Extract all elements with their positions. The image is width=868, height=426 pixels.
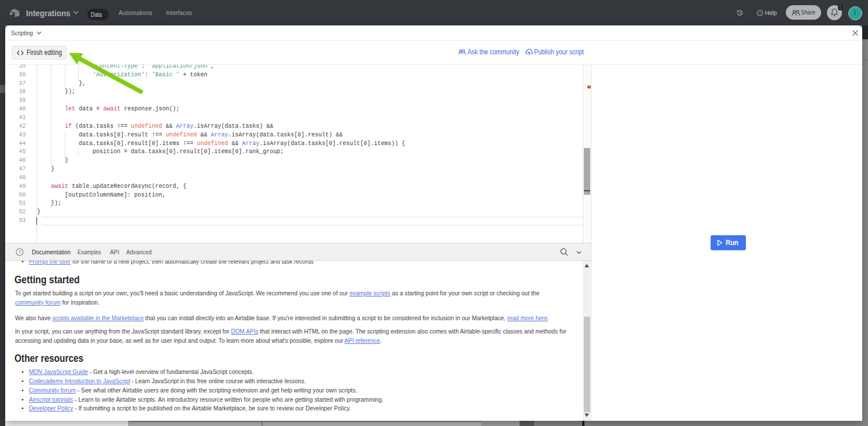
svg-text:?: ? [759, 10, 761, 16]
svg-text:?: ? [19, 249, 21, 255]
